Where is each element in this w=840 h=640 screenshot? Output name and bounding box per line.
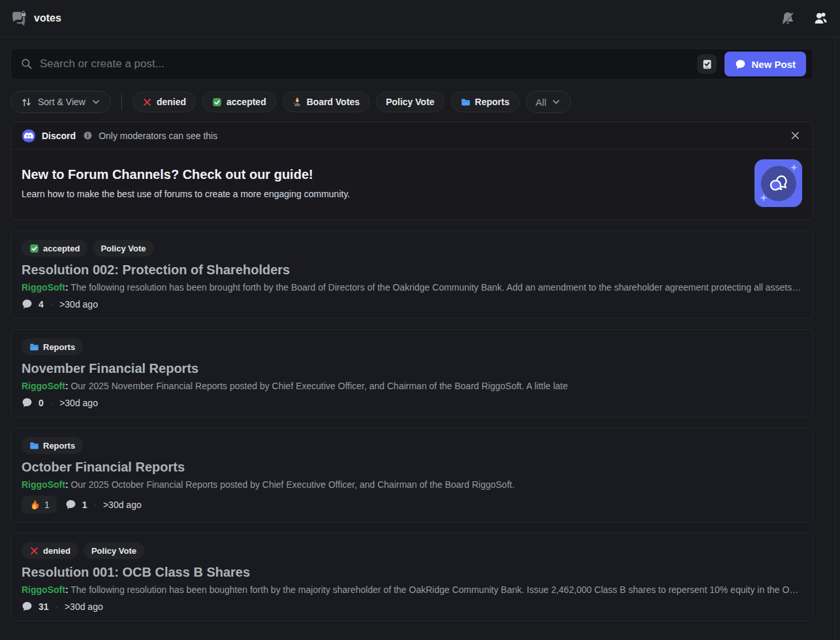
- browse-posts-button[interactable]: [697, 54, 717, 74]
- close-guide-button[interactable]: [786, 127, 803, 144]
- post-author: RiggoSoft: [22, 479, 65, 490]
- post-title[interactable]: November Financial Reports: [22, 361, 802, 376]
- folder-icon: [29, 342, 39, 352]
- author-separator: :: [65, 479, 69, 490]
- tag-label: Reports: [43, 441, 75, 451]
- check-icon: [29, 244, 39, 253]
- comment-bubble-icon: [65, 499, 76, 510]
- dot-separator: ·: [94, 500, 97, 509]
- header-actions: [780, 10, 828, 26]
- x-icon: [29, 546, 39, 556]
- post-card[interactable]: accepted Policy Vote Resolution 002: Pro…: [10, 231, 813, 319]
- post-title[interactable]: Resolution 002: Protection of Shareholde…: [22, 263, 802, 278]
- notifications-muted-icon[interactable]: [780, 10, 796, 26]
- search-input[interactable]: [40, 57, 697, 71]
- filter-row: Sort & View denied accepted Board Votes …: [10, 91, 813, 113]
- tag-label: accepted: [43, 244, 80, 253]
- filter-tag-accepted[interactable]: accepted: [202, 91, 276, 112]
- comment-count: 4: [39, 299, 44, 310]
- post-timestamp: >30d ago: [59, 398, 98, 408]
- dot-separator: ·: [50, 299, 53, 309]
- post-snippet: RiggoSoft: Our 2025 November Financial R…: [22, 381, 802, 391]
- discord-logo-icon: [22, 129, 36, 143]
- tag-reports[interactable]: Reports: [22, 437, 83, 454]
- snippet-text: Our 2025 October Financial Reports poste…: [70, 479, 514, 490]
- author-separator: :: [65, 282, 69, 293]
- filter-tag-label: Policy Vote: [386, 97, 434, 107]
- forum-channel-icon: [10, 10, 27, 27]
- x-icon: [142, 97, 152, 107]
- guide-artwork[interactable]: [754, 159, 802, 207]
- snippet-text: Our 2025 November Financial Reports post…: [70, 381, 568, 391]
- sort-and-view-button[interactable]: Sort & View: [10, 91, 111, 113]
- post-snippet: RiggoSoft: Our 2025 October Financial Re…: [22, 479, 802, 490]
- sort-arrows-icon: [20, 96, 33, 108]
- filter-tag-policy-vote[interactable]: Policy Vote: [376, 91, 444, 112]
- content-right-divider: [835, 37, 835, 640]
- channel-name: votes: [34, 12, 61, 24]
- filter-tag-label: Board Votes: [307, 97, 360, 107]
- sparkle-icon: [790, 163, 798, 172]
- forum-channel-page: votes New Post Sort & View: [0, 0, 840, 640]
- post-tags: Reports: [22, 437, 802, 454]
- sparkle-icon: [759, 193, 768, 202]
- filter-tag-label: denied: [157, 97, 186, 107]
- post-footer: 31 · >30d ago: [22, 601, 802, 612]
- chevron-down-icon: [551, 97, 561, 107]
- members-icon[interactable]: [813, 10, 828, 26]
- filter-tag-denied[interactable]: denied: [132, 91, 196, 112]
- post-title[interactable]: October Financial Reports: [22, 460, 802, 475]
- filter-tag-board-votes[interactable]: Board Votes: [283, 91, 369, 112]
- tag-label: Policy Vote: [91, 546, 136, 556]
- filter-all-label: All: [536, 97, 547, 108]
- filter-divider: [121, 93, 122, 110]
- comment-bubble-icon: [22, 601, 33, 612]
- post-card[interactable]: Reports November Financial Reports Riggo…: [10, 329, 813, 417]
- check-icon: [212, 97, 222, 107]
- post-footer: 0 · >30d ago: [22, 397, 802, 408]
- tag-label: denied: [43, 546, 70, 556]
- post-timestamp: >30d ago: [59, 299, 98, 310]
- clipboard-check-icon: [701, 58, 713, 71]
- post-tags: accepted Policy Vote: [22, 240, 802, 257]
- post-author: RiggoSoft: [22, 282, 65, 293]
- post-snippet: RiggoSoft: The following resolution has …: [22, 282, 802, 293]
- filter-all-dropdown[interactable]: All: [526, 91, 572, 113]
- tag-reports[interactable]: Reports: [22, 338, 83, 355]
- chevron-down-icon: [91, 97, 101, 107]
- post-snippet: RiggoSoft: The following resolution has …: [22, 584, 802, 595]
- post-author: RiggoSoft: [22, 381, 65, 391]
- close-icon: [789, 129, 801, 142]
- post-title[interactable]: Resolution 001: OCB Class B Shares: [22, 565, 802, 580]
- person-lightbulb-icon: [292, 97, 302, 107]
- post-timestamp: >30d ago: [103, 500, 142, 510]
- new-post-button[interactable]: New Post: [724, 52, 806, 76]
- tag-label: Reports: [43, 342, 75, 352]
- comment-bubble-icon: [22, 397, 33, 408]
- discord-label: Discord: [42, 131, 76, 141]
- author-separator: :: [65, 381, 69, 391]
- tag-denied[interactable]: denied: [22, 542, 78, 559]
- search-icon: [20, 57, 33, 71]
- post-card[interactable]: Reports October Financial Reports RiggoS…: [10, 428, 813, 522]
- post-tags: denied Policy Vote: [22, 542, 802, 559]
- channel-header: votes: [0, 0, 840, 37]
- snippet-text: The following resolution has been brough…: [70, 282, 802, 293]
- comment-count: 31: [39, 601, 49, 612]
- filter-tag-reports[interactable]: Reports: [451, 91, 520, 112]
- post-footer: 1 1 · >30d ago: [22, 496, 802, 513]
- tag-accepted[interactable]: accepted: [22, 240, 87, 257]
- comment-count: 1: [82, 500, 87, 510]
- tag-policy-vote[interactable]: Policy Vote: [93, 240, 153, 257]
- tag-policy-vote[interactable]: Policy Vote: [84, 542, 144, 559]
- dot-separator: ·: [50, 398, 53, 408]
- tag-label: Policy Vote: [101, 244, 146, 253]
- fire-reaction[interactable]: 1: [22, 496, 57, 513]
- sort-label: Sort & View: [38, 97, 86, 107]
- comment-count: 0: [39, 398, 44, 408]
- folder-icon: [461, 97, 471, 107]
- forum-guide-card: Discord Only moderators can see this New…: [10, 121, 813, 220]
- fire-icon: [29, 499, 40, 510]
- post-card[interactable]: denied Policy Vote Resolution 001: OCB C…: [10, 533, 813, 621]
- folder-icon: [29, 441, 39, 451]
